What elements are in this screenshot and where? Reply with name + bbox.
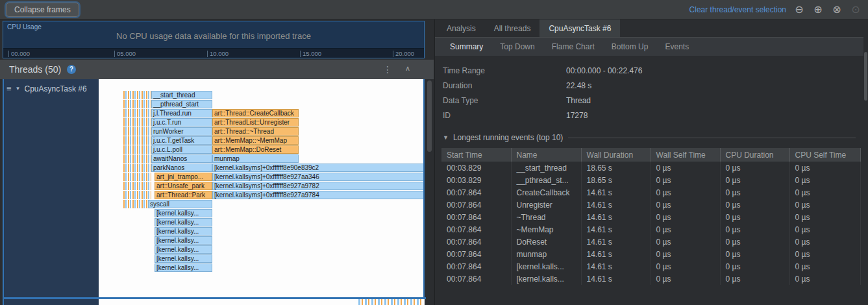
- flame-bar[interactable]: art_jni_trampo...: [155, 173, 212, 181]
- flame-chart[interactable]: __start_thread__pthread_startj.l.Thread.…: [99, 79, 425, 297]
- flame-bar[interactable]: [kernel.kallsy...: [155, 209, 212, 217]
- flame-bar[interactable]: runWorker: [151, 127, 212, 136]
- reset-zoom-icon[interactable]: ⊗: [831, 4, 843, 16]
- zoom-out-icon[interactable]: ⊖: [793, 4, 805, 16]
- flame-bar[interactable]: art::Unsafe_park: [155, 182, 212, 190]
- subtab-events[interactable]: Events: [656, 42, 697, 51]
- tab-analysis[interactable]: Analysis: [438, 19, 485, 37]
- subtab-flame-chart[interactable]: Flame Chart: [543, 42, 603, 51]
- flame-bar[interactable]: art::MemMap::DoReset: [212, 145, 299, 154]
- table-cell: 0 µs: [651, 186, 720, 199]
- axis-tick: 15.000: [300, 50, 321, 57]
- table-row[interactable]: 00:03.829__start_thread18.65 s0 µs0 µs0 …: [441, 162, 860, 174]
- summary-value: 00:00.000 - 00:22.476: [566, 66, 642, 75]
- flame-stripe-segment[interactable]: [123, 173, 151, 181]
- table-row[interactable]: 00:07.864DoReset14.61 s0 µs0 µs0 µs: [441, 236, 860, 248]
- subtab-bottom-up[interactable]: Bottom Up: [603, 42, 657, 51]
- flame-row: art_jni_trampo...[kernel.kallsyms]+0xfff…: [99, 173, 423, 181]
- table-row[interactable]: 00:07.864~Thread14.61 s0 µs0 µs0 µs: [441, 211, 860, 223]
- events-section-title: Longest running events (top 10): [453, 133, 563, 142]
- tab-all-threads[interactable]: All threads: [485, 19, 540, 37]
- table-cell: 0 µs: [720, 211, 789, 223]
- help-icon[interactable]: ?: [67, 65, 76, 74]
- flame-bar[interactable]: [kernel.kallsy...: [155, 236, 212, 245]
- flame-stripe-segment[interactable]: [123, 127, 151, 136]
- table-cell: 0 µs: [651, 211, 720, 223]
- flame-bar[interactable]: art::ThreadList::Unregister: [212, 118, 299, 127]
- flame-bar[interactable]: syscall: [148, 200, 212, 208]
- cpu-usage-panel[interactable]: CPU Usage No CPU usage data available fo…: [3, 21, 425, 58]
- flame-stripe-segment[interactable]: [123, 154, 151, 163]
- flame-row: j.u.c.T.runart::ThreadList::Unregister: [99, 118, 423, 127]
- section-collapse-icon[interactable]: ▼: [443, 134, 449, 141]
- flame-stripe-segment[interactable]: [123, 91, 151, 99]
- column-header[interactable]: CPU Duration: [720, 148, 789, 162]
- flame-bar[interactable]: [kernel.kallsyms]+0xffffff8e927aa346: [212, 173, 425, 181]
- table-row[interactable]: 00:07.864~MemMap14.61 s0 µs0 µs0 µs: [441, 223, 860, 236]
- flame-stripe-segment[interactable]: [123, 164, 151, 172]
- flame-bar[interactable]: [kernel.kallsy...: [155, 227, 212, 236]
- table-cell: 0 µs: [651, 174, 720, 186]
- zoom-to-selection-icon[interactable]: ⊙: [850, 4, 862, 16]
- flame-bar[interactable]: j.u.c.T.getTask: [151, 136, 212, 145]
- flame-bar[interactable]: __pthread_start: [151, 100, 212, 108]
- events-table-header-row: Start TimeNameWall DurationWall Self Tim…: [441, 148, 860, 162]
- table-row[interactable]: 00:03.829__pthread_st...18.65 s0 µs0 µs0…: [441, 174, 860, 186]
- flame-bar[interactable]: j.u.c.L.poll: [151, 145, 212, 154]
- more-options-icon[interactable]: ⋮: [383, 64, 392, 75]
- tab-cpuasynctask-6[interactable]: CpuAsyncTask #6: [539, 19, 620, 37]
- flame-stripe-segment[interactable]: [123, 182, 151, 190]
- subtab-summary[interactable]: Summary: [441, 42, 491, 51]
- next-thread-label-column[interactable]: [3, 299, 99, 305]
- scrollbar-thumb[interactable]: [864, 52, 867, 101]
- flame-bar[interactable]: art::Thread::Park: [155, 191, 212, 199]
- drag-handle-icon[interactable]: ≡: [6, 84, 12, 93]
- column-header[interactable]: Name: [511, 148, 581, 162]
- flame-bar[interactable]: art::Thread::~Thread: [212, 127, 299, 136]
- thread-expand-icon[interactable]: ▼: [16, 86, 21, 92]
- zoom-in-icon[interactable]: ⊕: [812, 4, 824, 16]
- table-row[interactable]: 00:07.864CreateCallback14.61 s0 µs0 µs0 …: [441, 186, 860, 199]
- column-header[interactable]: Wall Duration: [581, 148, 651, 162]
- flame-bar[interactable]: [kernel.kallsyms]+0xffffff8e927a9784: [212, 191, 425, 199]
- collapse-frames-button[interactable]: Collapse frames: [6, 3, 79, 17]
- collapse-section-icon[interactable]: ∧: [405, 64, 410, 75]
- column-header[interactable]: CPU Self Time: [789, 148, 860, 162]
- column-header[interactable]: Wall Self Time: [651, 148, 720, 162]
- table-row[interactable]: 00:07.864Unregister14.61 s0 µs0 µs0 µs: [441, 199, 860, 211]
- table-cell: 14.61 s: [581, 260, 651, 273]
- window-vertical-scrollbar[interactable]: [863, 19, 868, 305]
- flame-bar[interactable]: [kernel.kallsy...: [155, 218, 212, 226]
- thread-label-column[interactable]: ≡ ▼ CpuAsyncTask #6: [3, 79, 99, 297]
- threads-vertical-scrollbar[interactable]: [427, 79, 432, 297]
- flame-bar[interactable]: art::MemMap::~MemMap: [212, 136, 299, 145]
- flame-bar[interactable]: j.u.c.T.run: [151, 118, 212, 127]
- scrollbar-thumb[interactable]: [427, 80, 432, 152]
- table-row[interactable]: 00:07.864[kernel.kalls...14.61 s0 µs0 µs…: [441, 273, 860, 285]
- table-cell: munmap: [511, 248, 581, 260]
- flame-bar[interactable]: __start_thread: [151, 91, 212, 99]
- flame-bar[interactable]: art::Thread::CreateCallback: [212, 109, 299, 117]
- flame-bar[interactable]: j.l.Thread.run: [151, 109, 212, 117]
- flame-bar[interactable]: parkNanos: [151, 164, 212, 172]
- flame-stripe-segment[interactable]: [123, 200, 151, 208]
- flame-bar[interactable]: [kernel.kallsy...: [155, 263, 212, 272]
- table-row[interactable]: 00:07.864[kernel.kalls...14.61 s0 µs0 µs…: [441, 260, 860, 273]
- flame-bar[interactable]: [kernel.kallsy...: [155, 245, 212, 254]
- flame-stripe-segment[interactable]: [123, 136, 151, 145]
- flame-bar[interactable]: [kernel.kallsy...: [155, 254, 212, 263]
- flame-bar[interactable]: [kernel.kallsyms]+0xffffff8e90e839c2: [212, 164, 425, 172]
- subtab-top-down[interactable]: Top Down: [491, 42, 543, 51]
- flame-stripe-segment[interactable]: [123, 118, 151, 127]
- flame-stripe-segment[interactable]: [123, 100, 151, 108]
- clear-selection-link[interactable]: Clear thread/event selection: [689, 5, 786, 14]
- flame-stripe-segment[interactable]: [123, 145, 151, 154]
- column-header[interactable]: Start Time: [441, 148, 511, 162]
- flame-stripe-segment[interactable]: [123, 109, 151, 117]
- next-thread-chart[interactable]: [99, 299, 425, 305]
- flame-stripe-segment[interactable]: [123, 191, 151, 199]
- flame-bar[interactable]: awaitNanos: [151, 154, 212, 163]
- flame-bar[interactable]: munmap: [212, 154, 299, 163]
- table-row[interactable]: 00:07.864munmap14.61 s0 µs0 µs0 µs: [441, 248, 860, 260]
- flame-bar[interactable]: [kernel.kallsyms]+0xffffff8e927a9782: [212, 182, 425, 190]
